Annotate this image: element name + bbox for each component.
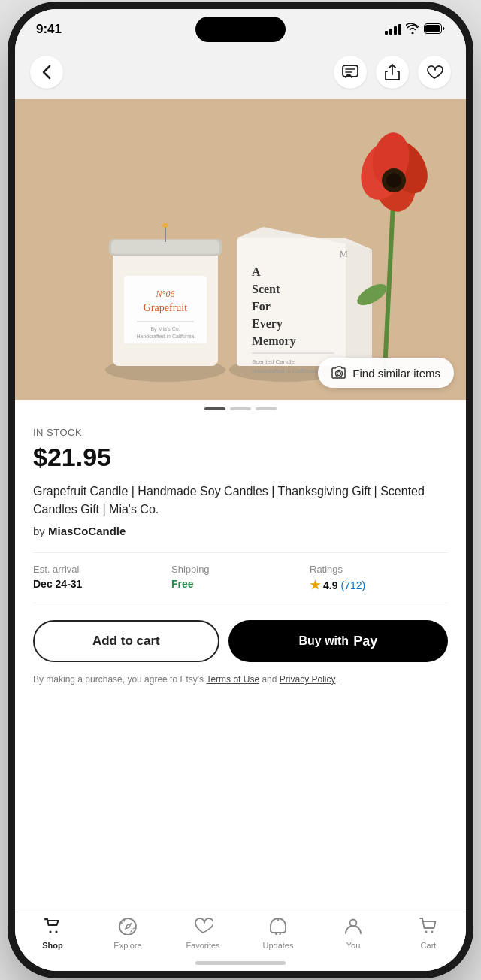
favorites-icon	[193, 917, 213, 938]
shipping-value: Free	[171, 578, 310, 590]
product-title: Grapefruit Candle | Handmade Soy Candles…	[33, 482, 448, 519]
product-price: $21.95	[33, 443, 448, 472]
updates-label: Updates	[263, 941, 294, 950]
svg-point-42	[56, 931, 58, 933]
home-indicator	[195, 961, 286, 965]
updates-icon	[268, 917, 288, 938]
svg-rect-1	[425, 25, 440, 32]
apple-logo-icon: Pay	[353, 634, 377, 648]
back-button[interactable]	[30, 56, 63, 89]
status-bar: 9:41	[15, 9, 466, 50]
add-to-cart-button[interactable]: Add to cart	[33, 620, 219, 662]
seller-line: by MiasCoCandle	[33, 525, 448, 537]
svg-point-18	[162, 223, 168, 228]
phone-frame: 9:41	[15, 9, 466, 971]
buy-with-apple-pay-button[interactable]: Buy with Pay	[228, 620, 448, 662]
battery-icon	[424, 23, 445, 36]
ratings-info: Ratings ★ 4.9 (712)	[310, 564, 448, 592]
by-label: by	[33, 525, 45, 537]
svg-point-41	[50, 931, 52, 933]
product-details: IN STOCK $21.95 Grapefruit Candle | Hand…	[15, 415, 466, 699]
find-similar-label: Find similar items	[352, 367, 440, 380]
svg-point-40	[337, 372, 341, 376]
shipping-info: Shipping Free	[171, 564, 310, 592]
status-time: 9:41	[36, 22, 62, 37]
product-image-bg: N°06 Grapefruit By Mia's Co. Handcrafted…	[15, 99, 466, 400]
nav-item-explore[interactable]: Explore	[105, 917, 150, 950]
shop-icon	[43, 917, 62, 938]
arrival-label: Est. arrival	[33, 564, 171, 575]
top-nav	[15, 50, 466, 99]
explore-icon	[118, 917, 138, 938]
svg-text:Handcrafted in California: Handcrafted in California	[136, 334, 194, 339]
rating-value[interactable]: ★ 4.9 (712)	[310, 578, 448, 592]
share-button[interactable]	[376, 56, 409, 89]
scroll-dots	[204, 407, 277, 410]
svg-rect-10	[111, 240, 219, 254]
svg-point-39	[336, 371, 343, 377]
status-icons	[385, 23, 445, 36]
rating-number: 4.9	[323, 579, 337, 591]
stock-status: IN STOCK	[33, 427, 448, 438]
svg-rect-43	[44, 918, 47, 921]
scroll-indicator	[15, 400, 466, 415]
scroll-dot-3	[256, 407, 277, 410]
ratings-label: Ratings	[310, 564, 448, 575]
svg-marker-20	[346, 238, 372, 377]
product-illustration: N°06 Grapefruit By Mia's Co. Handcrafted…	[15, 99, 466, 400]
shipping-label: Shipping	[171, 564, 310, 575]
favorite-button[interactable]	[418, 56, 451, 89]
nav-item-updates[interactable]: Updates	[256, 917, 301, 950]
svg-point-38	[386, 173, 401, 188]
terms-of-use-link[interactable]: Terms of Use	[206, 674, 259, 685]
svg-text:N°06: N°06	[156, 289, 175, 299]
arrival-value: Dec 24-31	[33, 578, 171, 590]
scroll-dot-2	[230, 407, 251, 410]
seller-name[interactable]: MiasCoCandle	[48, 525, 126, 537]
dynamic-island	[195, 17, 286, 42]
svg-text:A: A	[252, 265, 261, 278]
star-icon: ★	[310, 578, 320, 592]
svg-text:Every: Every	[252, 317, 283, 331]
add-to-cart-label: Add to cart	[92, 634, 160, 648]
buy-with-label: Buy with	[298, 634, 349, 648]
nav-item-favorites[interactable]: Favorites	[180, 917, 225, 950]
product-image-container: N°06 Grapefruit By Mia's Co. Handcrafted…	[15, 99, 466, 400]
you-icon	[343, 917, 363, 938]
svg-text:For: For	[252, 300, 271, 313]
terms-text: By making a purchase, you agree to Etsy'…	[33, 673, 448, 687]
svg-text:Grapefruit: Grapefruit	[144, 302, 187, 313]
nav-icons-right	[334, 56, 451, 89]
rating-count: (712)	[340, 579, 365, 591]
svg-text:Memory: Memory	[252, 334, 296, 348]
svg-point-46	[425, 931, 428, 933]
svg-text:Scented Candle: Scented Candle	[252, 358, 295, 365]
arrival-info: Est. arrival Dec 24-31	[33, 564, 171, 592]
cart-icon	[419, 917, 438, 938]
wifi-icon	[406, 23, 419, 36]
message-button[interactable]	[334, 56, 367, 89]
cart-label: Cart	[421, 941, 437, 950]
svg-text:Handcrafted in California: Handcrafted in California	[252, 368, 319, 374]
explore-label: Explore	[113, 941, 141, 950]
svg-text:By Mia's Co.: By Mia's Co.	[150, 326, 180, 332]
svg-text:M: M	[340, 249, 348, 259]
svg-point-47	[431, 931, 434, 933]
find-similar-button[interactable]: Find similar items	[318, 358, 454, 388]
nav-item-cart[interactable]: Cart	[406, 917, 451, 950]
nav-item-shop[interactable]: Shop	[30, 917, 75, 950]
you-label: You	[346, 941, 361, 950]
scroll-dot-1	[204, 407, 225, 410]
shipping-info-row: Est. arrival Dec 24-31 Shipping Free Rat…	[33, 552, 448, 603]
camera-search-icon	[331, 365, 346, 380]
privacy-policy-link[interactable]: Privacy Policy	[280, 674, 336, 685]
svg-text:Scent: Scent	[252, 283, 280, 295]
favorites-label: Favorites	[186, 941, 219, 950]
nav-item-you[interactable]: You	[331, 917, 376, 950]
shop-label: Shop	[42, 941, 63, 950]
action-buttons: Add to cart Buy with Pay	[33, 620, 448, 662]
signal-bars-icon	[385, 24, 401, 35]
